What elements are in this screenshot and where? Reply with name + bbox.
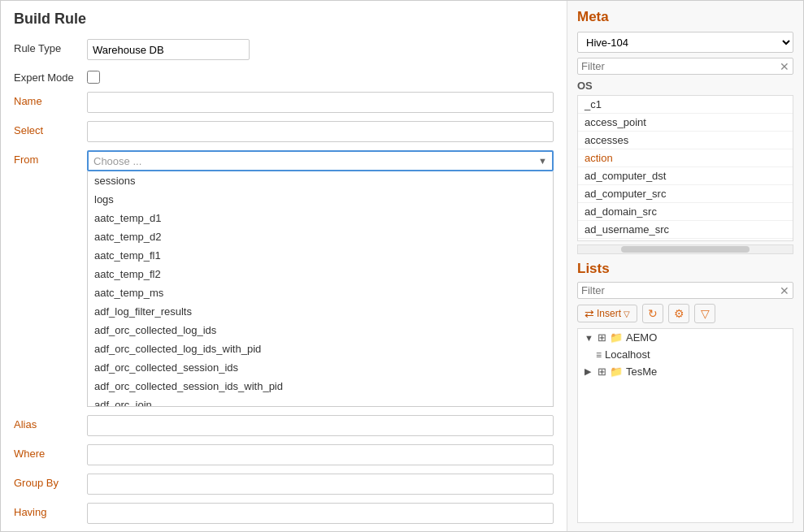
where-label: Where (14, 444, 87, 460)
meta-filter-clear-icon[interactable]: ✕ (780, 61, 789, 72)
rule-type-row: Rule Type (14, 39, 554, 60)
folder-expand-icon: ⊞ (598, 365, 606, 378)
rule-type-input[interactable] (87, 39, 250, 60)
dropdown-list-item[interactable]: logs (88, 190, 553, 209)
meta-list-item[interactable]: action (578, 149, 793, 167)
lists-tree: ▼ ⊞ 📁 AEMO ≡ Localhost ▶ ⊞ 📁 TesMe (577, 328, 793, 523)
select-label: Select (14, 121, 87, 136)
dropdown-list-item[interactable]: aatc_temp_fl1 (88, 246, 553, 265)
folder-icon: 📁 (610, 365, 623, 378)
dropdown-list-item[interactable]: adf_orc_collected_session_ids (88, 358, 553, 377)
expert-mode-checkbox[interactable] (87, 71, 100, 84)
alias-label: Alias (14, 415, 87, 430)
refresh-icon: ↻ (648, 307, 658, 320)
dropdown-list-item[interactable]: adf_log_filter_results (88, 302, 553, 321)
meta-list-item[interactable]: _c1 (578, 96, 793, 114)
from-dropdown-list: sessionslogsaatc_temp_d1aatc_temp_d2aatc… (87, 171, 554, 407)
lists-filter-clear-icon[interactable]: ✕ (780, 285, 789, 296)
dropdown-list-item[interactable]: adf_orc_join (88, 396, 553, 407)
right-panel: Meta Hive-104 ✕ OS _c1access_pointaccess… (567, 1, 803, 531)
expert-mode-label: Expert Mode (14, 68, 87, 84)
tree-toggle-icon: ▼ (585, 333, 594, 343)
having-input[interactable] (87, 503, 554, 524)
lists-filter-row: ✕ (577, 282, 793, 299)
rule-type-label: Rule Type (14, 39, 87, 54)
select-row: Select (14, 121, 554, 142)
left-panel: Build Rule Rule Type Expert Mode Name Se… (1, 1, 567, 531)
chevron-down-icon: ▽ (701, 307, 710, 320)
name-input[interactable] (87, 92, 554, 113)
meta-list-item[interactable]: access_point (578, 114, 793, 132)
folder-icon: 📁 (610, 331, 623, 344)
lists-title: Lists (577, 261, 793, 277)
tree-toggle-icon: ▶ (585, 366, 594, 377)
insert-label: Insert (597, 308, 621, 319)
meta-horizontal-scrollbar[interactable] (577, 244, 793, 254)
dropdown-list-item[interactable]: aatc_temp_d1 (88, 209, 553, 227)
alias-row: Alias (14, 415, 554, 436)
insert-button[interactable]: ⇄ Insert ▽ (577, 305, 637, 322)
name-label: Name (14, 92, 87, 107)
group-by-row: Group By (14, 474, 554, 495)
meta-list-item[interactable]: ad_computer_dst (578, 167, 793, 185)
where-input[interactable] (87, 444, 554, 465)
chevron-down-icon: ▼ (538, 156, 547, 166)
where-row: Where (14, 444, 554, 465)
meta-scrollbar-thumb (621, 246, 750, 253)
alias-input[interactable] (87, 415, 554, 436)
dropdown-list-item[interactable]: aatc_temp_d2 (88, 227, 553, 246)
group-by-label: Group By (14, 474, 87, 489)
from-dropdown-container: Choose ... ▼ sessionslogsaatc_temp_d1aat… (87, 150, 554, 171)
meta-title: Meta (577, 9, 793, 25)
dropdown-list-item[interactable]: adf_orc_collected_session_ids_with_pid (88, 377, 553, 396)
page-title: Build Rule (14, 11, 554, 28)
having-row: Having (14, 503, 554, 524)
group-by-input[interactable] (87, 474, 554, 495)
tree-folder-label: AEMO (626, 331, 657, 344)
meta-filter-row: ✕ (577, 58, 793, 75)
from-placeholder: Choose ... (93, 155, 141, 167)
settings-button[interactable]: ⚙ (668, 304, 689, 323)
insert-chevron-icon: ▽ (624, 309, 630, 318)
dropdown-list-item[interactable]: aatc_temp_ms (88, 283, 553, 302)
from-label: From (14, 150, 87, 166)
select-input[interactable] (87, 121, 554, 142)
meta-list: _c1access_pointaccessesactionad_computer… (577, 95, 793, 241)
having-label: Having (14, 503, 87, 518)
tree-folder-item[interactable]: ▶ ⊞ 📁 TesMe (578, 363, 793, 380)
meta-list-item[interactable]: accesses (578, 132, 793, 149)
tree-list-label: Localhost (605, 348, 650, 361)
meta-list-item[interactable]: ad_domain_src (578, 203, 793, 221)
list-icon: ≡ (596, 349, 602, 361)
dropdown-list-item[interactable]: aatc_temp_fl2 (88, 265, 553, 283)
meta-dropdown[interactable]: Hive-104 (577, 32, 793, 53)
more-options-button[interactable]: ▽ (694, 304, 715, 323)
insert-icon: ⇄ (585, 307, 594, 320)
lists-toolbar: ⇄ Insert ▽ ↻ ⚙ ▽ (577, 304, 793, 323)
refresh-button[interactable]: ↻ (642, 304, 663, 323)
name-row: Name (14, 92, 554, 113)
meta-list-item[interactable]: ad_username_src (578, 221, 793, 239)
folder-expand-icon: ⊞ (598, 331, 606, 344)
expert-mode-row: Expert Mode (14, 68, 554, 84)
gear-icon: ⚙ (674, 307, 684, 320)
dropdown-list-item[interactable]: adf_orc_collected_log_ids (88, 321, 553, 340)
dropdown-list-item[interactable]: adf_orc_collected_log_ids_with_pid (88, 340, 553, 358)
os-label: OS (577, 80, 793, 92)
from-row: From Choose ... ▼ sessionslogsaatc_temp_… (14, 150, 554, 171)
tree-folder-item[interactable]: ▼ ⊞ 📁 AEMO (578, 329, 793, 346)
lists-filter-input[interactable] (581, 284, 780, 296)
meta-list-item[interactable]: ad_computer_src (578, 185, 793, 203)
tree-folder-label: TesMe (626, 365, 657, 378)
tree-list-item[interactable]: ≡ Localhost (578, 346, 793, 363)
dropdown-list-item[interactable]: sessions (88, 171, 553, 190)
from-select-button[interactable]: Choose ... ▼ (87, 150, 554, 171)
meta-filter-input[interactable] (581, 60, 780, 72)
